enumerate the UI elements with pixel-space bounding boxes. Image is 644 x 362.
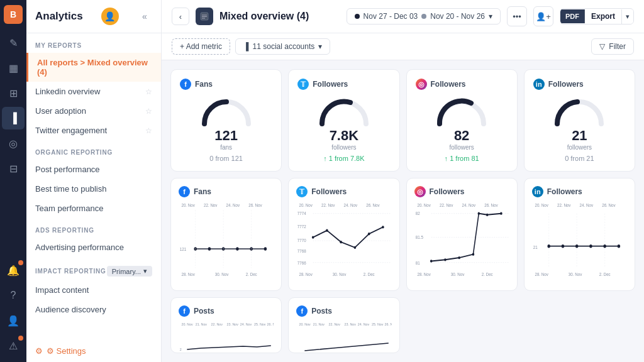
svg-text:20. Nov: 20. Nov	[299, 202, 313, 207]
svg-point-14	[208, 247, 211, 250]
bottom-card-fb-posts-2: f Posts 20. Nov 21. Nov 22. Nov 23. Nov …	[288, 297, 399, 353]
export-dropdown-arrow[interactable]: ▾	[621, 9, 633, 24]
svg-text:7772: 7772	[297, 224, 306, 229]
impact-reporting-row: Impact Reporting Primary... ▾	[26, 257, 161, 280]
nav-item-team-performance[interactable]: Team performance	[26, 199, 161, 218]
nav-item-advertising[interactable]: Advertising performance	[26, 238, 161, 257]
svg-point-38	[326, 229, 328, 232]
nav-item-mixed-overview[interactable]: All reports > Mixed overview (4)	[26, 53, 161, 82]
instagram-icon: ◎	[414, 186, 426, 197]
star-icon: ☆	[145, 126, 152, 135]
svg-text:28. Nov: 28. Nov	[535, 272, 548, 277]
share-button[interactable]: 👤+	[533, 6, 553, 26]
user-nav-icon[interactable]: 👤	[2, 309, 25, 332]
date-range-button[interactable]: Nov 27 - Dec 03 Nov 20 - Nov 26 ▾	[347, 8, 501, 25]
svg-text:30. Nov: 30. Nov	[333, 272, 347, 277]
app-logo[interactable]: B	[4, 5, 23, 24]
user-avatar-btn[interactable]: 👤	[101, 8, 119, 25]
export-button[interactable]: Export	[585, 9, 621, 24]
chart-card-fb-fans: f Fans 20. Nov 22. Nov 24. Nov 26. Nov 2…	[170, 178, 282, 291]
collapse-panel-button[interactable]: «	[137, 9, 152, 24]
svg-text:81.5: 81.5	[415, 234, 423, 239]
edit-nav-icon[interactable]: ✎	[2, 31, 25, 54]
chart-area-li-followers: 20. Nov 22. Nov 24. Nov 26. Nov 28. Nov …	[532, 200, 627, 282]
metric-name: Followers	[313, 80, 348, 89]
chart-card-ig-followers: ◎ Followers 20. Nov 22. Nov 24. Nov 26. …	[406, 178, 518, 291]
calendar-nav-icon[interactable]: ▦	[2, 57, 25, 79]
svg-text:26. Nov: 26. Nov	[602, 202, 616, 207]
facebook-icon: f	[180, 79, 191, 90]
metric-unit: fans	[220, 144, 232, 151]
chart-card-li-followers: in Followers 20. Nov 22. Nov 24. Nov 26.…	[524, 178, 635, 291]
svg-point-57	[444, 258, 447, 261]
svg-text:24. Nov: 24. Nov	[462, 202, 475, 207]
svg-text:7766: 7766	[297, 260, 306, 265]
metric-name: Posts	[311, 307, 332, 315]
dashboard-grid: f Fans 121 fans 0 from 121 𝕋 Followers 7…	[162, 60, 644, 362]
grid-nav-icon[interactable]: ⊞	[2, 82, 25, 104]
instagram-icon: ◎	[416, 79, 427, 90]
facebook-icon: f	[179, 305, 190, 317]
warning-nav-icon[interactable]: ⚠	[2, 334, 25, 357]
svg-text:25. Nov: 25. Nov	[372, 322, 383, 326]
panel-title: Analytics	[35, 10, 83, 23]
more-options-button[interactable]: •••	[507, 6, 527, 26]
svg-text:24. Nov: 24. Nov	[579, 202, 593, 207]
svg-text:26. Nov: 26. Nov	[484, 202, 498, 207]
accounts-button[interactable]: ▐ 11 social accounts ▾	[235, 38, 330, 55]
filter-button[interactable]: ▽ Filter	[591, 38, 634, 55]
back-button[interactable]: ‹	[172, 8, 189, 25]
svg-text:7770: 7770	[297, 238, 306, 243]
svg-text:2. Dec: 2. Dec	[246, 272, 257, 277]
svg-text:82: 82	[415, 211, 419, 216]
svg-text:21: 21	[533, 244, 538, 250]
my-reports-section-label: My Reports	[26, 33, 161, 53]
topbar: ‹ Mixed overview (4) Nov 27 - Dec 03 Nov…	[162, 0, 644, 33]
nav-item-audience-discovery[interactable]: Audience discovery	[26, 300, 161, 319]
nav-item-linkedin-overview[interactable]: Linkedin overview ☆	[26, 82, 161, 101]
report-icon	[196, 8, 213, 25]
svg-text:20. Nov: 20. Nov	[299, 322, 311, 326]
svg-text:24. Nov: 24. Nov	[344, 202, 358, 207]
date-range-2: Nov 20 - Nov 26	[430, 12, 485, 21]
twitter-icon: 𝕋	[297, 79, 309, 90]
svg-text:121: 121	[180, 247, 187, 252]
bulb-nav-icon[interactable]: ◎	[2, 132, 25, 155]
nav-item-best-time[interactable]: Best time to publish	[26, 179, 161, 199]
svg-text:20. Nov: 20. Nov	[417, 202, 431, 207]
chart-area-fb-fans: 20. Nov 22. Nov 24. Nov 26. Nov 28. Nov …	[179, 200, 274, 282]
report-title: Mixed overview (4)	[219, 11, 340, 22]
bell-nav-icon[interactable]: 🔔	[2, 259, 25, 282]
impact-dropdown[interactable]: Primary... ▾	[107, 266, 152, 277]
gauge-chart-li	[551, 95, 608, 128]
add-metric-button[interactable]: + Add metric	[172, 38, 230, 55]
svg-text:20. Nov: 20. Nov	[181, 322, 192, 326]
nav-item-post-performance[interactable]: Post performance	[26, 160, 161, 179]
metric-change: 0 from 121	[209, 155, 243, 162]
svg-text:23. Nov: 23. Nov	[227, 322, 238, 326]
grid2-nav-icon[interactable]: ⊟	[2, 157, 25, 180]
metric-name: Fans	[195, 80, 213, 89]
svg-text:22. Nov: 22. Nov	[440, 202, 453, 207]
nav-item-impact-content[interactable]: Impact content	[26, 280, 161, 300]
linkedin-icon: in	[533, 79, 545, 90]
question-nav-icon[interactable]: ?	[2, 284, 25, 307]
chart-area-fb-posts-1: 20. Nov 21. Nov 22. Nov 23. Nov 24. Nov …	[179, 319, 274, 362]
metric-name: Followers	[547, 187, 582, 196]
svg-text:2. Dec: 2. Dec	[599, 272, 611, 277]
svg-point-39	[340, 241, 343, 243]
metric-unit: followers	[449, 144, 474, 151]
svg-text:20. Nov: 20. Nov	[181, 202, 195, 207]
bottom-card-fb-posts-1: f Posts 20. Nov 21. Nov 22. Nov 23. Nov …	[170, 297, 282, 353]
settings-item[interactable]: ⚙ ⚙ Settings	[26, 340, 161, 362]
nav-item-twitter-engagement[interactable]: Twitter engagement ☆	[26, 121, 161, 140]
metric-value: 121	[214, 128, 238, 144]
svg-text:24. Nov: 24. Nov	[240, 322, 252, 326]
chart-nav-icon[interactable]: ▐	[2, 107, 25, 129]
svg-text:21. Nov: 21. Nov	[196, 322, 207, 326]
nav-item-user-adoption[interactable]: User adoption ☆	[26, 101, 161, 121]
svg-text:26. Nov: 26. Nov	[248, 202, 262, 207]
svg-text:30. Nov: 30. Nov	[569, 272, 582, 277]
chevron-down-icon: ▾	[489, 12, 492, 21]
svg-text:20. Nov: 20. Nov	[535, 202, 548, 207]
